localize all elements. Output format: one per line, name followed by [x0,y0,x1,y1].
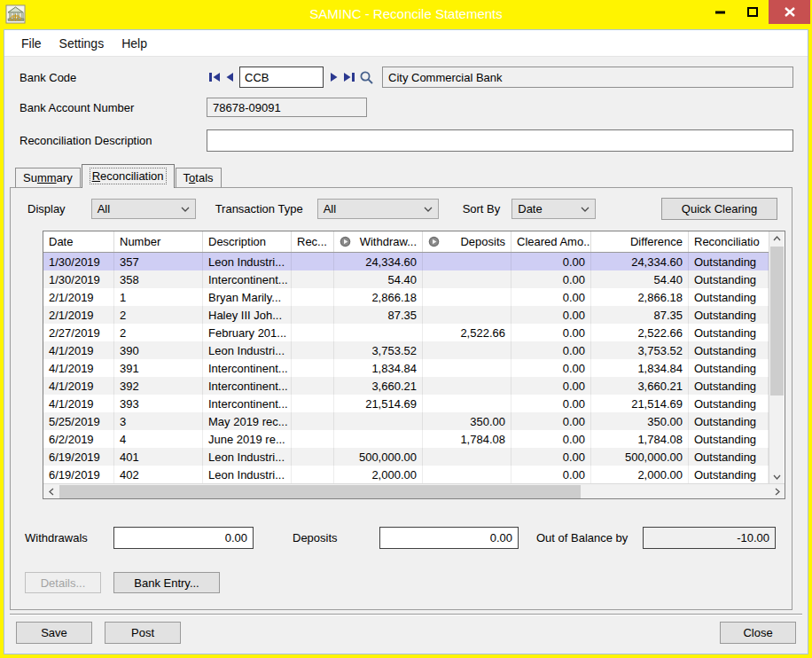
cell-date: 4/1/2019 [43,395,114,412]
chevron-down-icon [424,207,433,212]
table-row[interactable]: 4/1/2019391Intercontinent...1,834.840.00… [43,359,769,377]
cell-withdrawal: 3,660.21 [334,377,423,395]
table-row[interactable]: 5/25/20193May 2019 rec...350.000.00350.0… [43,412,769,430]
recon-description-input[interactable] [207,129,793,152]
close-icon[interactable] [769,0,810,24]
column-header-withdrawal[interactable]: Withdraw... [334,231,423,252]
scroll-right-icon[interactable] [769,484,785,499]
scroll-down-icon[interactable] [769,470,785,483]
cell-difference: 21,514.69 [591,395,689,412]
cell-reconciliation: Outstanding [689,412,769,430]
cell-withdrawal [334,430,423,448]
cell-description: Intercontinent... [203,270,292,288]
transaction-type-select[interactable]: All [317,199,439,219]
cell-date: 4/1/2019 [43,341,114,359]
bank-code-input[interactable] [239,67,324,88]
menu-file[interactable]: File [12,36,51,51]
next-record-icon[interactable] [326,70,341,85]
cell-cleared_amount: 0.00 [511,288,591,306]
table-row[interactable]: 6/2/20194June 2019 re...1,784.080.001,78… [43,430,769,448]
table-row[interactable]: 6/19/2019402Leon Industri...2,000.000.00… [43,466,769,483]
last-record-icon[interactable] [341,70,356,85]
cell-cleared_amount: 0.00 [511,253,591,270]
cell-rec [292,377,334,395]
cell-cleared_amount: 0.00 [511,377,591,395]
post-button[interactable]: Post [105,622,181,644]
first-record-icon[interactable] [207,70,222,85]
cell-rec [292,253,334,270]
vertical-scroll-track[interactable] [769,245,785,470]
tab-totals[interactable]: Totals [176,168,222,188]
cell-deposits: 2,522.66 [423,324,511,341]
tab-reconciliation[interactable]: Reconciliation [82,164,175,188]
table-row[interactable]: 4/1/2019392Intercontinent...3,660.210.00… [43,377,769,395]
table-row[interactable]: 6/19/2019401Leon Industri...500,000.000.… [43,448,769,466]
table-row[interactable]: 1/30/2019357Leon Industri...24,334.600.0… [43,253,769,270]
finder-search-icon[interactable] [356,69,374,85]
column-header-date[interactable]: Date [43,231,114,252]
cell-reconciliation: Outstanding [689,306,769,324]
deposits-label: Deposits [293,531,353,544]
scroll-up-icon[interactable] [769,231,785,245]
table-row[interactable]: 2/1/20191Bryan Marily...2,866.180.002,86… [43,288,769,306]
display-select[interactable]: All [91,199,196,219]
table-row[interactable]: 2/27/20192February 201...2,522.660.002,5… [43,324,769,341]
vertical-scrollbar[interactable] [769,231,784,483]
column-header-deposits[interactable]: Deposits [423,231,511,252]
table-row[interactable]: 4/1/2019393Intercontinent...21,514.690.0… [43,395,769,412]
maximize-icon[interactable] [737,0,769,24]
cell-deposits [423,341,511,359]
bank-account-row: Bank Account Number 78678-09091 [20,97,793,118]
cell-date: 1/30/2019 [43,253,114,270]
cell-date: 1/30/2019 [43,270,114,288]
cell-deposits [423,359,511,377]
sort-by-label: Sort By [463,202,501,215]
cell-withdrawal [334,324,423,341]
drilldown-icon[interactable] [340,236,351,247]
drilldown-icon[interactable] [428,236,440,247]
cell-difference: 2,866.18 [591,288,689,306]
vertical-scroll-thumb[interactable] [770,247,784,396]
bank-entry-button[interactable]: Bank Entry... [113,572,220,593]
table-row[interactable]: 2/1/20192Haley III Joh...87.350.0087.35O… [43,306,769,324]
menu-help[interactable]: Help [113,36,156,51]
cell-description: Intercontinent... [203,359,292,377]
menu-settings[interactable]: Settings [51,36,113,51]
minimize-icon[interactable] [705,0,737,24]
horizontal-scrollbar[interactable] [43,483,785,498]
table-row[interactable]: 4/1/2019390Leon Industri...3,753.520.003… [43,341,769,359]
panel-actions: Details... Bank Entry... [25,572,792,593]
cell-number: 1 [114,288,203,306]
cell-number: 3 [114,412,203,430]
cell-date: 2/1/2019 [43,288,114,306]
tab-summary[interactable]: Summary [15,168,81,188]
previous-record-icon[interactable] [222,70,237,85]
cell-deposits [423,288,511,306]
reconciliation-panel: Display All Transaction Type All Sort By… [10,187,792,610]
column-header-rec[interactable]: Rec... [292,231,334,252]
column-header-number[interactable]: Number [114,231,203,252]
column-header-description[interactable]: Description [203,231,292,252]
cell-description: Leon Industri... [203,466,292,483]
close-window-button[interactable]: Close [720,622,796,644]
column-header-reconciliation[interactable]: Reconciliatio [689,231,769,252]
chevron-down-icon [181,207,190,212]
cell-number: 2 [114,324,203,341]
cell-number: 391 [114,359,203,377]
column-header-difference[interactable]: Difference [591,231,689,252]
app-window: SAMINC - Reconcile Statements File Setti… [0,0,812,658]
table-row[interactable]: 1/30/2019358Intercontinent...54.400.0054… [43,270,769,288]
column-header-cleared-amount[interactable]: Cleared Amo... [511,231,591,252]
cell-withdrawal: 1,834.84 [334,359,423,377]
deposits-field[interactable]: 0.00 [379,527,519,549]
horizontal-scroll-thumb[interactable] [59,485,581,498]
cell-withdrawal: 24,334.60 [334,253,423,270]
cell-description: Intercontinent... [203,395,292,412]
save-button[interactable]: Save [16,622,92,644]
scroll-left-icon[interactable] [43,484,59,499]
withdrawals-field[interactable]: 0.00 [113,527,254,549]
quick-clearing-button[interactable]: Quick Clearing [661,198,777,220]
sort-by-select[interactable]: Date [511,199,596,219]
cell-difference: 3,753.52 [591,341,689,359]
cell-rec [292,359,334,377]
